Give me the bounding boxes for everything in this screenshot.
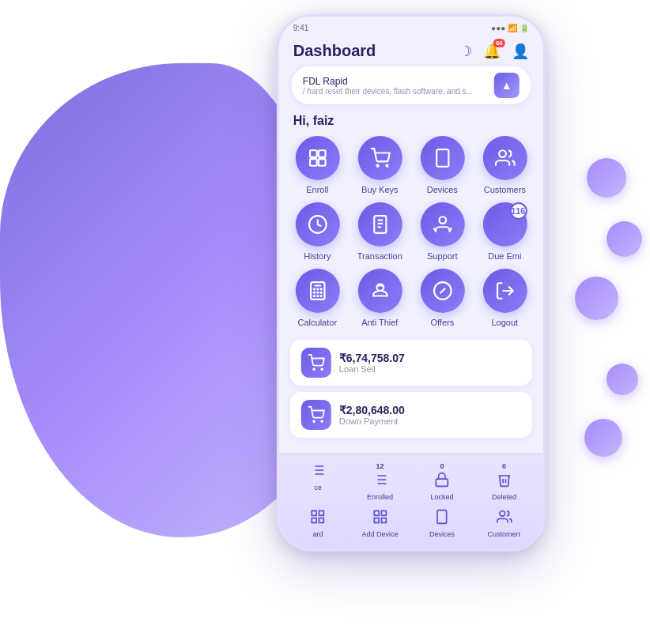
svg-rect-46 bbox=[319, 511, 324, 516]
bottom-tab-device[interactable]: ce bbox=[287, 461, 350, 503]
enrolled-count: 12 bbox=[376, 462, 384, 470]
offers-label: Offers bbox=[430, 318, 454, 327]
svg-point-32 bbox=[321, 368, 323, 370]
svg-point-33 bbox=[313, 420, 315, 422]
logout-item[interactable]: Logout bbox=[478, 269, 532, 327]
notification-badge: 66 bbox=[493, 39, 505, 47]
notification-icon[interactable]: 🔔 66 bbox=[483, 43, 501, 60]
customers-label: Customers bbox=[484, 185, 526, 194]
enroll-label: Enroll bbox=[306, 185, 328, 194]
transaction-loan-sell[interactable]: ₹6,74,758.07 Loan Sell bbox=[290, 340, 532, 386]
svg-point-8 bbox=[499, 150, 506, 157]
status-time: 9:41 bbox=[293, 24, 308, 32]
enrolled-tab-icon bbox=[372, 472, 388, 491]
history-label: History bbox=[304, 251, 331, 261]
devices2-tab-icon bbox=[434, 509, 450, 529]
buy-keys-label: Buy Keys bbox=[361, 185, 398, 194]
bottom-tab-dashboard[interactable]: ard bbox=[287, 507, 350, 540]
svg-point-55 bbox=[500, 511, 505, 517]
svg-point-27 bbox=[378, 284, 381, 286]
bottom-navigation: ce 12 Enrolled bbox=[279, 454, 543, 549]
customers-item[interactable]: Customers bbox=[478, 136, 532, 194]
loan-sell-icon bbox=[301, 348, 331, 378]
svg-line-29 bbox=[440, 288, 445, 294]
calculator-item[interactable]: Calculator bbox=[290, 269, 345, 327]
svg-rect-1 bbox=[318, 150, 325, 157]
devices2-tab-label: Devices bbox=[429, 530, 455, 538]
bottom-tab-deleted[interactable]: 0 Deleted bbox=[473, 461, 535, 503]
profile-icon[interactable]: 👤 bbox=[512, 43, 529, 60]
greeting-text: Hi, faiz bbox=[279, 111, 543, 136]
customers2-tab-icon bbox=[497, 509, 512, 529]
status-bar: 9:41 ●●● 📶 🔋 bbox=[279, 17, 543, 39]
svg-rect-49 bbox=[374, 511, 379, 516]
loan-sell-amount: ₹6,74,758.07 bbox=[339, 352, 521, 364]
phone-mockup: 9:41 ●●● 📶 🔋 Dashboard ☽ 🔔 66 👤 FDL Rapi… bbox=[277, 14, 546, 552]
customers2-tab-label: Customerr bbox=[488, 530, 521, 538]
bottom-tab-enrolled[interactable]: 12 Enrolled bbox=[349, 461, 411, 503]
svg-point-5 bbox=[386, 165, 387, 167]
icon-grid-row3: Calculator Anti Thief bbox=[279, 269, 543, 335]
bottom-tab-devices2[interactable]: Devices bbox=[411, 507, 474, 540]
search-info: FDL Rapid / hard reset their devices, fl… bbox=[303, 76, 473, 96]
deleted-count: 0 bbox=[502, 462, 506, 470]
svg-point-14 bbox=[439, 217, 446, 224]
svg-rect-0 bbox=[310, 150, 317, 157]
buy-keys-item[interactable]: Buy Keys bbox=[353, 136, 407, 194]
devices-item[interactable]: Devices bbox=[415, 136, 470, 194]
icon-grid-row2: History Transaction bbox=[279, 202, 543, 269]
bottom-bar-row2: ard Add Device bbox=[279, 507, 543, 540]
history-item[interactable]: History bbox=[290, 202, 345, 261]
devices-label: Devices bbox=[427, 185, 458, 194]
header-actions: ☽ 🔔 66 👤 bbox=[459, 43, 529, 60]
locked-count: 0 bbox=[440, 462, 444, 470]
svg-rect-50 bbox=[381, 511, 386, 516]
svg-point-4 bbox=[376, 165, 378, 167]
svg-rect-48 bbox=[319, 518, 324, 523]
bottom-tab-customers2[interactable]: Customerr bbox=[473, 507, 535, 540]
offers-item[interactable]: Offers bbox=[415, 269, 470, 327]
dashboard-tab-label: ard bbox=[313, 530, 323, 538]
due-emi-icon-circle: 116 bbox=[482, 202, 527, 247]
theme-icon[interactable]: ☽ bbox=[459, 43, 472, 60]
svg-rect-3 bbox=[318, 159, 325, 166]
bottom-tab-locked[interactable]: 0 Locked bbox=[411, 461, 474, 503]
transaction-icon-circle bbox=[357, 202, 402, 247]
svg-rect-47 bbox=[312, 518, 317, 523]
buy-keys-icon-circle bbox=[357, 136, 402, 180]
down-payment-amount: ₹2,80,648.00 bbox=[339, 404, 521, 416]
deleted-tab-icon bbox=[497, 472, 512, 491]
support-label: Support bbox=[427, 251, 458, 261]
bottom-tab-add-device[interactable]: Add Device bbox=[349, 507, 411, 540]
support-item[interactable]: Support bbox=[415, 202, 470, 261]
anti-thief-icon-circle bbox=[357, 269, 402, 313]
devices-icon-circle bbox=[420, 136, 464, 180]
loan-sell-label: Loan Sell bbox=[339, 364, 521, 374]
due-emi-item[interactable]: 116 Due Emi bbox=[478, 202, 532, 261]
offers-icon-circle bbox=[420, 269, 464, 313]
icon-grid-row1: Enroll Buy Keys bbox=[279, 136, 543, 202]
calculator-label: Calculator bbox=[298, 318, 338, 327]
svg-rect-51 bbox=[374, 518, 379, 523]
down-payment-label: Down Payment bbox=[339, 416, 521, 426]
transaction-list: ₹6,74,758.07 Loan Sell ₹2,80,648.0 bbox=[279, 335, 543, 438]
loan-sell-details: ₹6,74,758.07 Loan Sell bbox=[339, 352, 521, 374]
transaction-down-payment[interactable]: ₹2,80,648.00 Down Payment bbox=[290, 392, 532, 438]
svg-rect-52 bbox=[381, 518, 386, 523]
svg-rect-45 bbox=[312, 511, 317, 516]
support-icon-circle bbox=[420, 202, 464, 247]
locked-tab-label: Locked bbox=[431, 493, 454, 501]
deleted-tab-label: Deleted bbox=[492, 493, 516, 501]
down-payment-details: ₹2,80,648.00 Down Payment bbox=[339, 404, 521, 426]
locked-tab-icon bbox=[434, 472, 450, 491]
enroll-item[interactable]: Enroll bbox=[290, 136, 345, 194]
status-signal: ●●● 📶 🔋 bbox=[491, 24, 529, 32]
transaction-item[interactable]: Transaction bbox=[353, 202, 407, 261]
bottom-section: ce 12 Enrolled bbox=[279, 526, 543, 549]
bottom-bar-row1: ce 12 Enrolled bbox=[279, 461, 543, 507]
company-logo: ▲ bbox=[494, 73, 520, 98]
page-title: Dashboard bbox=[293, 42, 376, 60]
anti-thief-item[interactable]: Anti Thief bbox=[353, 269, 407, 327]
enroll-icon-circle bbox=[295, 136, 339, 180]
search-bar[interactable]: FDL Rapid / hard reset their devices, fl… bbox=[292, 66, 531, 104]
